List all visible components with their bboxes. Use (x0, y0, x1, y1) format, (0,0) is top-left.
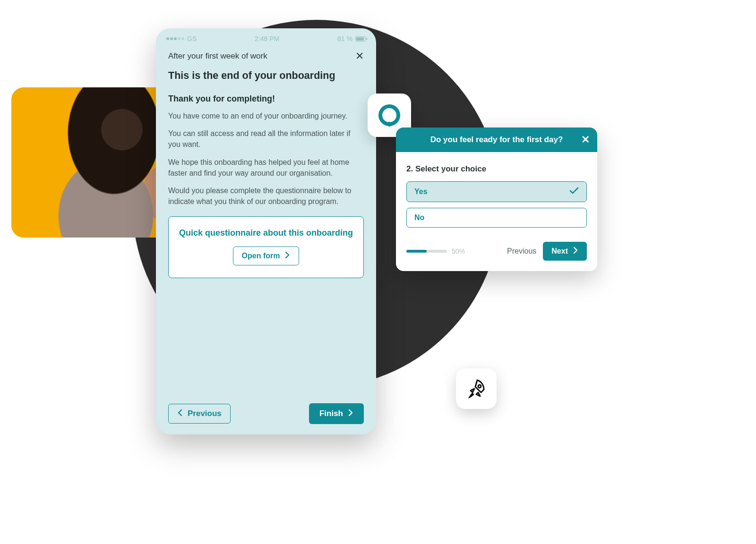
chevron-right-icon (348, 409, 353, 418)
progress: 50% (406, 247, 465, 255)
quiz-header: Do you feel ready for the first day? ✕ (396, 128, 597, 152)
ring-icon (377, 102, 402, 128)
status-right: 81 % (337, 35, 366, 42)
choice-label: No (414, 213, 424, 222)
quiz-previous-button[interactable]: Previous (507, 247, 536, 255)
progress-label: 50% (452, 247, 465, 255)
status-left: GS (166, 35, 197, 42)
rocket-badge (456, 368, 497, 409)
battery-pct: 81 % (337, 35, 352, 42)
paragraph: We hope this onboarding has helped you f… (168, 157, 364, 178)
signal-icon (166, 37, 184, 40)
paragraph: Would you please complete the questionna… (168, 185, 364, 207)
status-bar: GS 2:48 PM 81 % (156, 28, 376, 46)
svg-point-2 (478, 385, 481, 388)
quiz-footer: 50% Previous Next (396, 242, 597, 271)
previous-button[interactable]: Previous (168, 404, 231, 424)
previous-label: Previous (188, 409, 222, 418)
carrier-label: GS (187, 35, 197, 42)
form-card-title: Quick questionnaire about this onboardin… (173, 228, 359, 238)
chevron-right-icon (573, 247, 578, 255)
close-icon[interactable]: ✕ (355, 51, 364, 61)
quiz-body: 2. Select your choice Yes No (396, 152, 597, 242)
quiz-card: Do you feel ready for the first day? ✕ 2… (396, 128, 597, 271)
screen-header: After your first week of work ✕ (156, 46, 376, 70)
finish-button[interactable]: Finish (309, 403, 364, 424)
page-subtitle: Thank you for completing! (168, 94, 364, 104)
phone-footer: Previous Finish (168, 403, 364, 424)
quiz-next-button[interactable]: Next (543, 242, 587, 261)
quiz-question: 2. Select your choice (406, 164, 587, 174)
quiz-nav: Previous Next (507, 242, 587, 261)
quiz-next-label: Next (551, 247, 568, 255)
quiz-title: Do you feel ready for the first day? (430, 135, 563, 144)
svg-point-0 (380, 106, 398, 124)
battery-icon (355, 36, 366, 42)
choice-no[interactable]: No (406, 208, 587, 228)
phone-frame: GS 2:48 PM 81 % After your first week of… (156, 28, 376, 434)
open-form-label: Open form (242, 252, 280, 260)
close-icon[interactable]: ✕ (581, 135, 590, 145)
progress-fill (406, 250, 427, 253)
choice-yes[interactable]: Yes (406, 181, 587, 202)
page-title: This is the end of your onboarding (168, 70, 364, 82)
content-body: This is the end of your onboarding Thank… (156, 70, 376, 207)
progress-track (406, 250, 447, 253)
status-time: 2:48 PM (255, 35, 279, 42)
chevron-right-icon (284, 252, 290, 260)
form-card: Quick questionnaire about this onboardin… (168, 216, 364, 278)
svg-point-1 (387, 122, 392, 127)
paragraph: You can still access and read all the in… (168, 128, 364, 150)
open-form-button[interactable]: Open form (233, 246, 300, 265)
check-icon (569, 187, 579, 196)
screen-header-title: After your first week of work (168, 51, 267, 61)
rocket-icon (465, 377, 488, 400)
choice-label: Yes (414, 187, 428, 196)
chevron-left-icon (177, 409, 183, 418)
paragraph: You have come to an end of your onboardi… (168, 110, 364, 121)
finish-label: Finish (319, 409, 343, 418)
